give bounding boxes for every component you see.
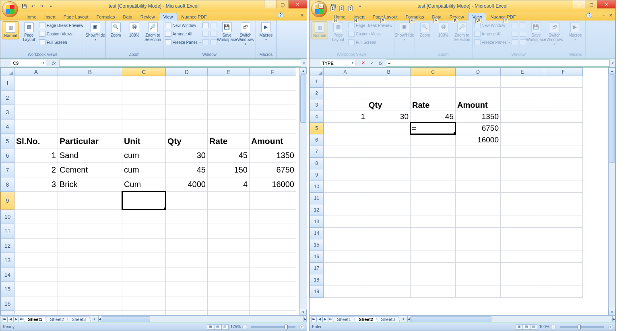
cell[interactable]: 3 [14, 177, 58, 192]
cell[interactable]: 6750 [250, 163, 296, 177]
row-header[interactable]: 17 [310, 263, 324, 274]
hscroll-thumb[interactable] [102, 316, 150, 322]
cell[interactable] [411, 251, 456, 263]
cell[interactable] [166, 282, 208, 296]
row-header[interactable]: 15 [1, 282, 14, 296]
cell[interactable] [122, 90, 166, 105]
zoom-slider[interactable] [560, 326, 604, 328]
cell[interactable] [14, 267, 58, 282]
cell[interactable] [250, 119, 296, 134]
zoom-out-icon[interactable]: − [242, 325, 247, 329]
cell[interactable] [367, 204, 411, 216]
cell[interactable] [250, 192, 296, 210]
cell[interactable] [411, 239, 456, 251]
cell[interactable] [208, 210, 250, 224]
cell[interactable] [367, 228, 411, 239]
maximize-button[interactable]: ▢ [276, 0, 288, 8]
row-header[interactable]: 9 [1, 192, 14, 210]
cell[interactable]: Qty [367, 99, 411, 111]
cell[interactable] [544, 181, 583, 193]
cell[interactable] [122, 282, 166, 296]
cell[interactable] [208, 90, 250, 105]
cell[interactable]: 150 [208, 163, 250, 177]
cell[interactable] [122, 224, 166, 238]
new-sheet-icon[interactable]: ✦ [399, 317, 407, 321]
row-header[interactable]: 2 [310, 88, 324, 99]
qat-dropdown-icon[interactable]: ▾ [47, 2, 54, 10]
cell[interactable] [166, 238, 208, 253]
cell[interactable]: 4 [208, 177, 250, 192]
column-header[interactable]: F [250, 68, 296, 76]
cell[interactable] [122, 238, 166, 253]
cell[interactable] [250, 90, 296, 105]
cell[interactable] [456, 204, 501, 216]
cell[interactable] [58, 282, 122, 296]
row-header[interactable]: 12 [1, 238, 14, 253]
row-header[interactable]: 12 [310, 204, 324, 216]
cell[interactable] [501, 286, 544, 298]
name-box[interactable]: TYPE▾ [320, 60, 355, 66]
cell[interactable] [411, 76, 456, 88]
row-header[interactable]: 7 [1, 163, 14, 177]
restore-workbook-icon[interactable]: ▫ [602, 13, 606, 18]
row-header[interactable]: 14 [310, 228, 324, 239]
name-box[interactable]: C9▾ [11, 60, 46, 66]
ribbon-tab-data[interactable]: Data [119, 13, 136, 21]
row-header[interactable]: 3 [1, 105, 14, 119]
row-header[interactable]: 13 [1, 253, 14, 267]
cell[interactable] [456, 239, 501, 251]
cell[interactable] [122, 311, 166, 316]
cell[interactable]: 45 [208, 148, 250, 163]
cell[interactable] [544, 88, 583, 99]
cancel-formula-button[interactable]: ✕ [359, 60, 367, 66]
cell[interactable] [544, 286, 583, 298]
cell[interactable] [58, 224, 122, 238]
cell[interactable] [456, 146, 501, 158]
zoom-in-icon[interactable]: + [299, 325, 304, 329]
cell[interactable] [501, 181, 544, 193]
cell[interactable] [208, 282, 250, 296]
cell[interactable] [166, 192, 208, 210]
cell[interactable] [208, 119, 250, 134]
ribbon-tab-review[interactable]: Review [136, 13, 159, 21]
sheet-tab[interactable]: Sheet3 [376, 316, 400, 322]
cell[interactable] [544, 76, 583, 88]
cell[interactable] [14, 282, 58, 296]
cell[interactable]: cum [122, 163, 166, 177]
cell[interactable]: 45 [411, 111, 456, 123]
cell[interactable] [324, 216, 367, 228]
cell[interactable] [456, 158, 501, 169]
cell[interactable] [456, 76, 501, 88]
cell[interactable] [501, 99, 544, 111]
scroll-thumb[interactable] [300, 74, 306, 123]
cell[interactable] [324, 169, 367, 181]
cell[interactable] [324, 263, 367, 274]
cell[interactable] [14, 105, 58, 119]
column-header[interactable]: E [501, 68, 544, 76]
first-sheet-icon[interactable]: ⏮ [2, 317, 8, 322]
cell[interactable] [501, 228, 544, 239]
cell[interactable] [250, 282, 296, 296]
column-header[interactable]: B [367, 68, 411, 76]
cell[interactable] [544, 263, 583, 274]
cell[interactable] [501, 158, 544, 169]
cell[interactable] [14, 119, 58, 134]
minimize-button[interactable]: — [573, 0, 585, 8]
cell[interactable] [58, 119, 122, 134]
cell[interactable]: 1 [324, 111, 367, 123]
namebox-dropdown-icon[interactable]: ▾ [352, 61, 353, 65]
custom-views-button[interactable]: Custom Views [39, 30, 83, 38]
cell[interactable] [58, 90, 122, 105]
horizontal-scrollbar[interactable]: ◀ ▶ [98, 316, 307, 323]
cell[interactable] [367, 123, 411, 134]
cell[interactable] [208, 192, 250, 210]
cell[interactable] [501, 193, 544, 204]
cell[interactable] [544, 169, 583, 181]
normal-view-button[interactable]: ▦Normal [2, 21, 19, 39]
cell[interactable] [166, 210, 208, 224]
first-sheet-icon[interactable]: ⏮ [311, 317, 317, 322]
spreadsheet-grid[interactable]: ABCDEF12345Sl.No.ParticularUnitQtyRateAm… [0, 68, 296, 315]
cell[interactable] [411, 146, 456, 158]
cell[interactable] [166, 90, 208, 105]
zoom-knob[interactable] [285, 325, 288, 329]
